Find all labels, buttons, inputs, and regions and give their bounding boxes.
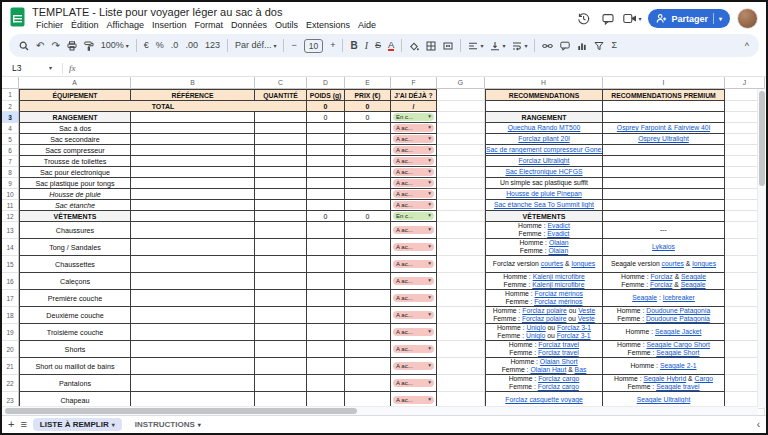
cell-prix[interactable] [345, 123, 391, 134]
cell-status[interactable]: A ac...▾ [391, 375, 437, 392]
cell-status[interactable]: A ac...▾ [391, 290, 437, 307]
menu-extensions[interactable]: Extensions [302, 19, 354, 31]
cell-prix[interactable]: 0 [345, 211, 391, 222]
row-header-2[interactable]: 2 [2, 101, 19, 112]
font-size-input[interactable]: 10 [304, 39, 323, 53]
cell-reference[interactable] [131, 134, 255, 145]
cell-recommendations-premium[interactable] [603, 156, 725, 167]
cell[interactable] [437, 167, 485, 178]
cell-recommendations-premium[interactable] [603, 112, 725, 123]
chevron-down-icon[interactable]: ▾ [719, 16, 722, 22]
cell[interactable] [437, 273, 485, 290]
reco-link[interactable]: Sac de rangement compresseur Gonex [486, 146, 602, 153]
reco-link[interactable]: Forclaz mérinos [534, 298, 582, 305]
reco-link[interactable]: Seagale 2-1 [660, 362, 697, 369]
cell-recommendations-premium[interactable] [603, 189, 725, 200]
row-header-17[interactable]: 17 [2, 290, 19, 307]
cell[interactable] [437, 239, 485, 256]
header-jai-deja[interactable]: J'AI DÉJÀ ? [391, 89, 437, 101]
cell-recommendations[interactable]: Housse de pluie Pinepan [485, 189, 603, 200]
row-header-4[interactable]: 4 [2, 123, 19, 134]
functions-button[interactable]: Σ [611, 41, 617, 50]
cell-prix[interactable] [345, 145, 391, 156]
reco-link[interactable]: Evadict [547, 230, 569, 237]
cell-quantite[interactable] [255, 256, 307, 273]
reco-link[interactable]: courtes [662, 260, 684, 267]
cell-equipement[interactable]: RANGEMENT [19, 112, 131, 123]
reco-link[interactable]: Forclaz casquette voyage [505, 396, 582, 403]
cell-quantite[interactable] [255, 145, 307, 156]
cell[interactable] [437, 112, 485, 123]
status-dropdown[interactable]: A ac...▾ [393, 379, 434, 387]
reco-link[interactable]: Forclaz cargo [538, 383, 579, 390]
cell-poids[interactable]: 0 [307, 211, 345, 222]
vertical-scrollbar-thumb[interactable] [759, 91, 765, 186]
cell-prix[interactable]: 0 [345, 112, 391, 123]
cell-quantite[interactable] [255, 324, 307, 341]
cell-equipement[interactable]: Troisième couche [19, 324, 131, 341]
cell-recommendations-premium[interactable]: Homme : Segale Hybrid & CargoFemme : Sea… [603, 375, 725, 392]
status-dropdown[interactable]: A ac...▾ [393, 294, 434, 302]
reco-link[interactable]: Osprey Ultralight [638, 135, 689, 142]
cell-reference[interactable] [131, 256, 255, 273]
reco-link[interactable]: Forclaz pliant 20l [518, 135, 569, 142]
reco-link[interactable]: Forclaz polaire [522, 315, 567, 322]
cell-poids[interactable] [307, 239, 345, 256]
column-header-D[interactable]: D [307, 77, 345, 89]
cell-prix[interactable] [345, 290, 391, 307]
status-dropdown[interactable]: A ac...▾ [393, 179, 434, 187]
cell-status[interactable]: A ac...▾ [391, 324, 437, 341]
header-prix[interactable]: PRIX (€) [345, 89, 391, 101]
status-dropdown[interactable]: A ac...▾ [393, 201, 434, 209]
reco-link[interactable]: Forclaz [650, 273, 672, 280]
cell-recommendations[interactable]: Forclaz pliant 20l [485, 134, 603, 145]
reco-link[interactable]: longues [692, 260, 716, 267]
cell-prix[interactable] [345, 200, 391, 211]
search-icon[interactable] [19, 41, 29, 51]
text-wrap-button[interactable]: ▾ [512, 41, 527, 51]
cell-recommendations-premium[interactable] [603, 167, 725, 178]
menu-edition[interactable]: Édition [67, 19, 103, 31]
cell-reference[interactable] [131, 375, 255, 392]
cell-quantite[interactable] [255, 358, 307, 375]
menu-affichage[interactable]: Affichage [103, 19, 148, 31]
column-header-B[interactable]: B [131, 77, 255, 89]
cell-recommendations-premium[interactable]: Homme : Seagale Cargo ShortFemme : Seaga… [603, 341, 725, 358]
cell-status[interactable]: En c...▾ [391, 211, 437, 222]
status-dropdown[interactable]: A ac...▾ [393, 157, 434, 165]
cell-quantite[interactable] [255, 189, 307, 200]
cell-status[interactable]: A ac...▾ [391, 189, 437, 200]
row-header-1[interactable]: 1 [2, 89, 19, 101]
cell-quantite[interactable] [255, 239, 307, 256]
cell-prix[interactable] [345, 341, 391, 358]
cell-poids[interactable] [307, 290, 345, 307]
cell-reference[interactable] [131, 341, 255, 358]
cell-equipement[interactable]: Short ou maillot de bains [19, 358, 131, 375]
increase-decimals-button[interactable]: .00 [185, 41, 198, 50]
cell-recommendations[interactable]: Sac étanche Sea To Summit light [485, 200, 603, 211]
total-prix[interactable]: 0 [345, 101, 391, 112]
cell-quantite[interactable] [255, 200, 307, 211]
cell-poids[interactable] [307, 123, 345, 134]
row-header-10[interactable]: 10 [2, 189, 19, 200]
cell-recommendations[interactable]: Sac Électronique HCFGS [485, 167, 603, 178]
column-header-J[interactable]: J [725, 77, 765, 89]
status-dropdown[interactable]: A ac...▾ [393, 260, 434, 268]
cell-prix[interactable] [345, 156, 391, 167]
status-dropdown[interactable]: A ac...▾ [393, 135, 434, 143]
cell-quantite[interactable] [255, 134, 307, 145]
cell-recommendations[interactable]: VÊTEMENTS [485, 211, 603, 222]
menu-outils[interactable]: Outils [271, 19, 302, 31]
reco-link[interactable]: courtes [541, 260, 563, 267]
cell-equipement[interactable]: Sacs compresseur [19, 145, 131, 156]
print-icon[interactable] [67, 41, 77, 51]
cell-recommendations-premium[interactable]: --- [603, 222, 725, 239]
row-header-19[interactable]: 19 [2, 324, 19, 341]
cell-prix[interactable] [345, 167, 391, 178]
cell-poids[interactable] [307, 156, 345, 167]
cell-reference[interactable] [131, 358, 255, 375]
cell-recommendations[interactable]: Quechua Rando MT500 [485, 123, 603, 134]
cell-reference[interactable] [131, 290, 255, 307]
total-poids[interactable]: 0 [307, 101, 345, 112]
vertical-scrollbar[interactable] [757, 89, 766, 407]
